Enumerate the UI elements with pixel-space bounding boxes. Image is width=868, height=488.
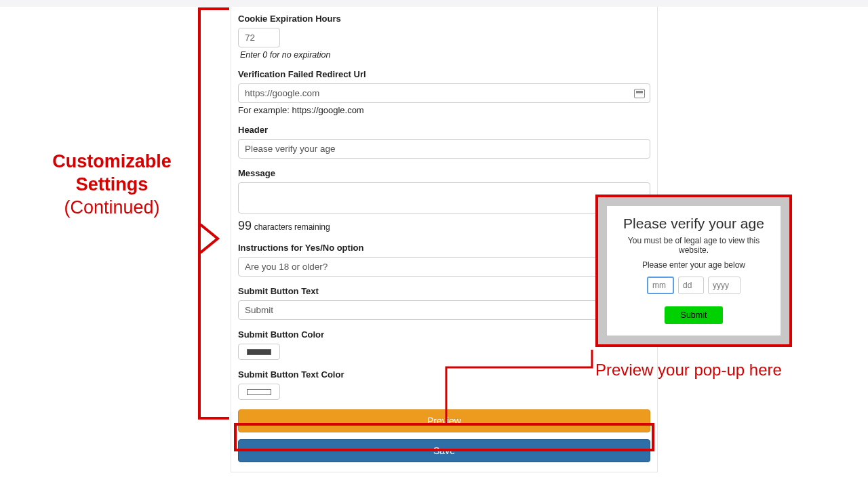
label-message: Message	[238, 168, 650, 178]
input-redirect-url[interactable]	[238, 83, 650, 103]
save-button[interactable]: Save	[238, 439, 650, 462]
annotation-right-label: Preview your pop-up here	[595, 361, 782, 380]
popup-year-input[interactable]	[708, 277, 741, 294]
color-swatch	[247, 389, 271, 395]
input-submit-text[interactable]	[238, 300, 650, 320]
field-cookie-expiration: Cookie Expiration Hours Enter 0 for no e…	[238, 14, 650, 60]
field-instructions: Instructions for Yes/No option	[238, 243, 650, 277]
popup-title: Please verify your age	[614, 216, 774, 232]
field-message: Message 99 characters remaining	[238, 168, 650, 233]
field-submit-text: Submit Button Text	[238, 286, 650, 320]
helper-redirect-url: For example: https://google.com	[238, 105, 650, 115]
popup-card: Please verify your age You must be of le…	[607, 206, 781, 336]
annotation-line1: Customizable	[27, 150, 197, 174]
contact-card-icon	[634, 89, 645, 98]
annotation-bracket	[198, 7, 233, 420]
field-submit-text-color: Submit Button Text Color	[238, 369, 650, 400]
annotation-left-label: Customizable Settings (Continued)	[27, 150, 197, 219]
input-cookie-expiration[interactable]	[238, 28, 280, 47]
field-submit-color: Submit Button Color	[238, 329, 650, 360]
label-submit-text: Submit Button Text	[238, 286, 650, 296]
input-instructions[interactable]	[238, 257, 650, 277]
input-header[interactable]	[238, 139, 650, 159]
popup-subtitle: You must be of legal age to view this we…	[614, 236, 774, 255]
color-picker-submit-text[interactable]	[238, 384, 280, 400]
popup-date-fields	[614, 277, 774, 294]
label-header: Header	[238, 125, 650, 135]
popup-month-input[interactable]	[647, 277, 674, 294]
color-swatch	[247, 349, 271, 355]
label-submit-color: Submit Button Color	[238, 329, 650, 340]
color-picker-submit[interactable]	[238, 344, 280, 360]
label-instructions: Instructions for Yes/No option	[238, 243, 650, 253]
popup-preview: Please verify your age You must be of le…	[595, 195, 792, 347]
annotation-continued: (Continued)	[27, 197, 197, 220]
label-submit-text-color: Submit Button Text Color	[238, 369, 650, 380]
char-remaining-text: characters remaining	[254, 222, 330, 232]
field-header: Header	[238, 125, 650, 159]
char-remaining-count: 99	[238, 219, 252, 232]
textarea-message[interactable]	[238, 182, 650, 214]
popup-instruction: Please enter your age below	[614, 260, 774, 270]
preview-button[interactable]: Preview	[238, 409, 650, 432]
annotation-line2: Settings	[27, 174, 197, 197]
field-redirect-url: Verification Failed Redirect Url For exa…	[238, 69, 650, 115]
label-cookie-expiration: Cookie Expiration Hours	[238, 14, 650, 24]
char-remaining: 99 characters remaining	[238, 219, 650, 233]
helper-cookie-expiration: Enter 0 for no expiration	[238, 50, 650, 60]
top-bar	[0, 0, 868, 7]
popup-day-input[interactable]	[678, 277, 704, 294]
settings-panel: Cookie Expiration Hours Enter 0 for no e…	[231, 7, 658, 472]
popup-submit-button[interactable]: Submit	[665, 306, 724, 324]
label-redirect-url: Verification Failed Redirect Url	[238, 69, 650, 79]
